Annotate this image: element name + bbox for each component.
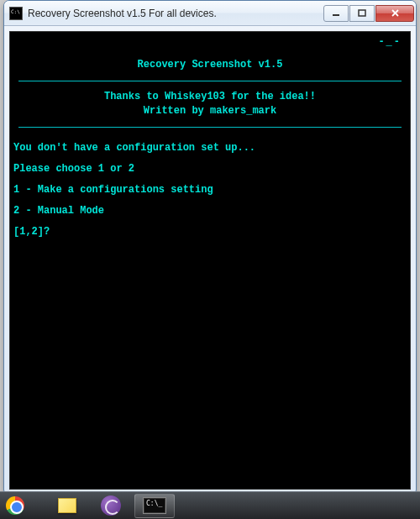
bittorrent-icon [101,495,121,516]
application-window: Recovery Screenshot v1.5 For all devices… [3,0,417,495]
taskbar-item-bittorrent[interactable] [91,494,131,518]
taskbar-item-sticky-notes[interactable] [47,494,87,518]
svg-rect-1 [359,10,365,16]
maximize-button[interactable] [349,5,375,22]
msg-no-config: You don't have a configuration set up... [13,138,407,159]
credits-line-1: Thanks to Whiskey103 for the idea!! [13,90,407,104]
console-area[interactable]: -_- Recovery Screenshot v1.5 Thanks to W… [9,31,411,490]
divider [18,127,402,128]
taskbar-item-command-prompt[interactable] [134,494,175,518]
prompt: [1,2]? [13,222,407,243]
console-heading: Recovery Screenshot v1.5 [13,58,407,72]
credits-line-2: Written by makers_mark [13,104,407,118]
cmd-icon [9,7,23,20]
taskbar-item-chrome[interactable] [3,494,44,518]
option-1: 1 - Make a configurations setting [13,180,407,201]
divider [18,81,402,81]
sticky-notes-icon [58,498,76,513]
command-prompt-icon [143,497,166,514]
minimize-button[interactable] [323,5,349,22]
console-decoration: -_- [13,35,407,50]
chrome-icon [6,496,24,515]
option-2: 2 - Manual Mode [13,201,407,222]
msg-choose: Please choose 1 or 2 [13,159,407,180]
close-button[interactable] [375,5,414,22]
taskbar [0,491,420,519]
window-title: Recovery Screenshot v1.5 For all devices… [28,8,323,19]
window-controls [323,5,414,22]
titlebar[interactable]: Recovery Screenshot v1.5 For all devices… [4,1,416,26]
